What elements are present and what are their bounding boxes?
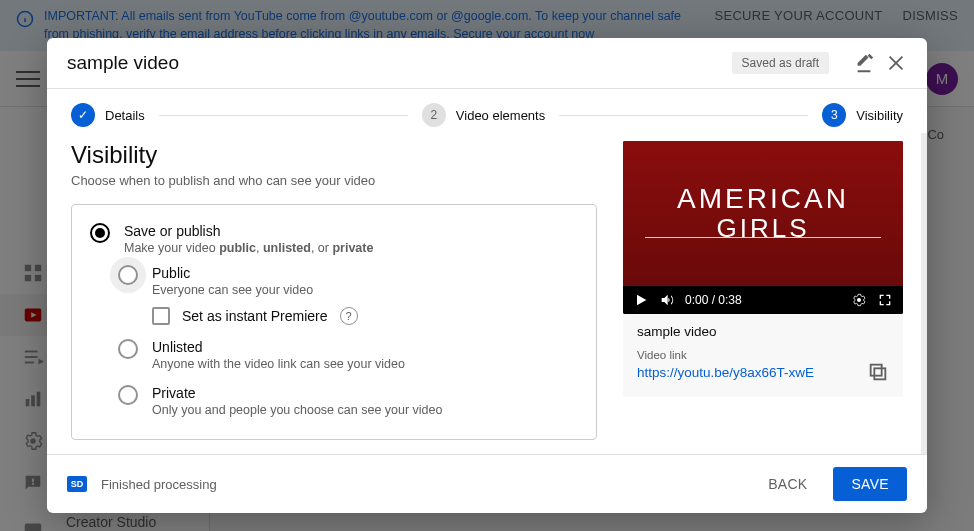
dialog-title: sample video <box>67 52 732 74</box>
step-label: Details <box>105 108 145 123</box>
step-elements[interactable]: 2Video elements <box>422 103 545 127</box>
radio-save-publish[interactable] <box>90 223 110 243</box>
video-meta: sample video Video link https://youtu.be… <box>623 314 903 397</box>
opt-unlisted-label: Unlisted <box>152 339 405 355</box>
thumb-line1: AMERICAN <box>677 183 849 215</box>
meta-link-label: Video link <box>637 349 889 361</box>
video-thumbnail[interactable]: AMERICAN GIRLS <box>623 141 903 286</box>
radio-private[interactable] <box>118 385 138 405</box>
checkbox-premiere[interactable] <box>152 307 170 325</box>
opt-public-desc: Everyone can see your video <box>152 283 313 297</box>
video-time: 0:00 / 0:38 <box>685 293 742 307</box>
upload-dialog: sample video Saved as draft Details 2Vid… <box>47 38 927 513</box>
close-icon[interactable] <box>885 52 907 74</box>
step-visibility[interactable]: 3Visibility <box>822 103 903 127</box>
video-link[interactable]: https://youtu.be/y8ax66T-xwE <box>637 365 814 380</box>
svg-rect-28 <box>871 365 882 376</box>
settings-icon[interactable] <box>851 292 867 308</box>
meta-video-title: sample video <box>637 324 889 339</box>
video-controls: 0:00 / 0:38 <box>623 286 903 314</box>
sd-badge: SD <box>67 476 87 492</box>
section-title: Visibility <box>71 141 597 169</box>
step-label: Visibility <box>856 108 903 123</box>
processing-status: Finished processing <box>101 477 742 492</box>
save-button[interactable]: SAVE <box>833 467 907 501</box>
svg-marker-25 <box>637 295 646 306</box>
help-icon[interactable]: ? <box>340 307 358 325</box>
draft-badge: Saved as draft <box>732 52 829 74</box>
opt-private-desc: Only you and people you choose can see y… <box>152 403 442 417</box>
copy-icon[interactable] <box>867 361 889 383</box>
video-preview: AMERICAN GIRLS 0:00 / 0:38 <box>623 141 903 314</box>
play-icon[interactable] <box>633 292 649 308</box>
step-details[interactable]: Details <box>71 103 145 127</box>
thumb-line2: GIRLS <box>716 213 809 244</box>
opt-unlisted-desc: Anyone with the video link can see your … <box>152 357 405 371</box>
section-subtitle: Choose when to publish and who can see y… <box>71 173 597 188</box>
step-divider <box>559 115 808 116</box>
svg-point-26 <box>857 298 861 302</box>
svg-rect-27 <box>874 368 885 379</box>
volume-icon[interactable] <box>659 292 675 308</box>
radio-unlisted[interactable] <box>118 339 138 359</box>
step-divider <box>159 115 408 116</box>
step-number: 2 <box>422 103 446 127</box>
step-label: Video elements <box>456 108 545 123</box>
back-button[interactable]: BACK <box>756 468 819 500</box>
step-number: 3 <box>822 103 846 127</box>
radio-public[interactable] <box>118 265 138 285</box>
scrollbar[interactable] <box>921 133 927 454</box>
opt-public-label: Public <box>152 265 313 281</box>
stepper: Details 2Video elements 3Visibility <box>47 89 927 133</box>
feedback-icon[interactable] <box>853 52 875 74</box>
premiere-label: Set as instant Premiere <box>182 308 328 324</box>
fullscreen-icon[interactable] <box>877 292 893 308</box>
opt-private-label: Private <box>152 385 442 401</box>
check-icon <box>71 103 95 127</box>
opt-save-desc: Make your video public, unlisted, or pri… <box>124 241 373 255</box>
visibility-options: Save or publish Make your video public, … <box>71 204 597 440</box>
opt-save-label: Save or publish <box>124 223 373 239</box>
modal-overlay: sample video Saved as draft Details 2Vid… <box>0 0 974 531</box>
